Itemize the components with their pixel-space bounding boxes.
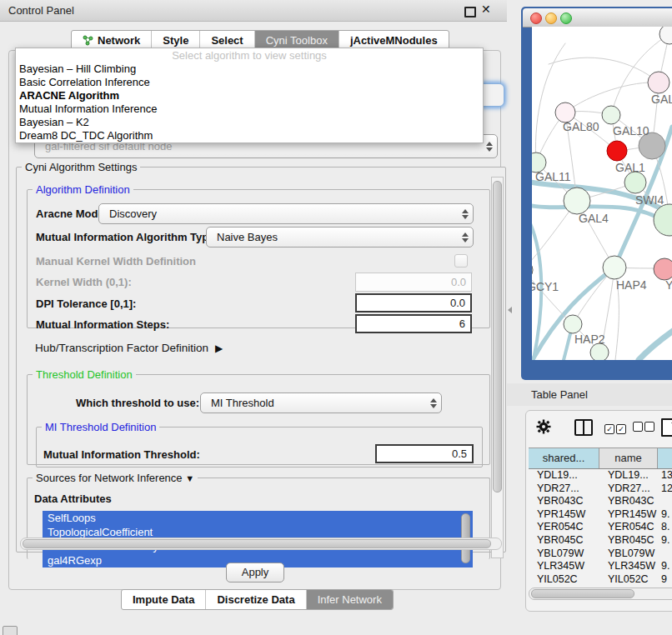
settings-group-title: Cyni Algorithm Settings	[22, 161, 140, 173]
table-row[interactable]: YBR045CYBR045C9.	[529, 534, 672, 548]
control-panel-title: Control Panel	[8, 4, 74, 17]
network-edge[interactable]	[535, 43, 565, 162]
table-cell: 9	[658, 573, 672, 587]
network-window-titlebar[interactable]	[523, 8, 672, 28]
dropdown-item[interactable]: Basic Correlation Inference	[16, 76, 483, 89]
dropdown-item[interactable]: Mutual Information Inference	[16, 102, 483, 116]
split-columns-icon[interactable]	[574, 419, 593, 436]
network-edge[interactable]	[532, 127, 672, 360]
node-label-gal7: GAL7	[651, 92, 672, 106]
kernel-width-field[interactable]: 0.0	[355, 272, 472, 292]
close-icon[interactable]: ✕	[481, 2, 491, 16]
table-cell: YBR045C	[529, 534, 599, 548]
combo-arrows-icon	[458, 209, 473, 219]
network-node-y[interactable]	[654, 258, 672, 280]
float-window-icon[interactable]	[464, 7, 476, 18]
network-edge[interactable]	[532, 270, 573, 324]
network-node-swi4[interactable]	[654, 204, 672, 236]
gear-icon[interactable]	[536, 419, 551, 434]
table-cell: YBL079W	[529, 548, 599, 561]
node-label-y: Y	[665, 278, 672, 292]
settings-vertical-scrollbar[interactable]	[491, 177, 504, 558]
aracne-mode-combo[interactable]: Discovery	[98, 203, 474, 224]
data-attribute-item[interactable]: SelfLoops	[43, 511, 473, 525]
tab-impute-data[interactable]: Impute Data	[122, 590, 206, 609]
mi-steps-field[interactable]: 6	[355, 314, 472, 333]
network-edge[interactable]	[549, 58, 659, 82]
network-node[interactable]	[607, 141, 627, 161]
table-row[interactable]: YPR145WYPR145W9.	[529, 508, 672, 522]
hub-definition-expander[interactable]: Hub/Transcription Factor Definition▶	[35, 342, 223, 354]
table-body: YDL19...YDL19...13YDR27...YDR27...12YBR0…	[529, 469, 672, 586]
mi-steps-label: Mutual Information Steps:	[36, 318, 169, 331]
table-row[interactable]: YLR345WYLR345W9.	[529, 560, 672, 573]
minimize-traffic-light-icon[interactable]	[545, 12, 557, 24]
network-node[interactable]	[590, 343, 609, 360]
new-table-icon[interactable]	[661, 418, 672, 437]
splitpane-collapse-icon[interactable]	[508, 307, 512, 313]
network-canvas[interactable]: GAL7GAL80GAL10GAL1GAL11SWI4GAL4GCY1HAP4Y…	[532, 27, 672, 360]
table-scrollbar-thumb[interactable]	[531, 589, 634, 598]
settings-scrollbar-thumb[interactable]	[493, 181, 502, 492]
network-node-gal7[interactable]	[648, 72, 669, 93]
dropdown-item[interactable]: ARACNE Algorithm	[16, 89, 483, 102]
mi-type-combo[interactable]: Naive Bayes	[206, 227, 474, 248]
close-traffic-light-icon[interactable]	[530, 12, 542, 24]
apply-button[interactable]: Apply	[226, 562, 284, 582]
node-label-gal10: GAL10	[613, 124, 649, 138]
table-cell: 8.	[658, 521, 672, 534]
collapse-arrow-icon: ▼	[185, 473, 194, 483]
sources-title[interactable]: Sources for Network Inference ▼	[33, 472, 198, 484]
mi-threshold-field[interactable]: 0.5	[375, 444, 474, 463]
tab-discretize-data[interactable]: Discretize Data	[206, 590, 306, 609]
table-panel: ✓✓ shared...nameA YDL19...YDL19...13YDR2…	[525, 410, 672, 612]
table-horizontal-scrollbar[interactable]	[529, 588, 672, 600]
table-row[interactable]: YIL052CYIL052C9	[529, 573, 672, 587]
dpi-tolerance-field[interactable]: 0.0	[355, 293, 472, 312]
combo-arrows-icon	[458, 232, 473, 242]
table-cell: YIL052C	[599, 573, 658, 587]
table-row[interactable]: YER054CYER054C8.	[529, 521, 672, 534]
combo-arrows-icon	[482, 142, 497, 152]
table-row[interactable]: YBL079WYBL079W	[529, 548, 672, 561]
tab-infer-network[interactable]: Infer Network	[307, 590, 393, 609]
settings-horizontal-scrollbar[interactable]	[20, 538, 502, 550]
algorithm-definition-group: Algorithm Definition Aracne Mode: Discov…	[27, 183, 490, 328]
network-node-gal10[interactable]	[602, 106, 620, 124]
manual-kernel-checkbox[interactable]	[454, 254, 468, 268]
column-header-1[interactable]: shared...	[529, 448, 599, 468]
table-cell: YER054C	[529, 521, 599, 534]
select-all-columns-icon[interactable]: ✓✓	[604, 422, 628, 434]
which-threshold-combo[interactable]: MI Threshold	[200, 392, 442, 413]
expander-arrow-icon: ▶	[215, 342, 223, 354]
column-header-3[interactable]: A	[658, 448, 672, 468]
dropdown-item[interactable]: Bayesian – Hill Climbing	[16, 62, 483, 76]
bottom-tabs: Impute DataDiscretize DataInfer Network	[121, 589, 394, 610]
column-header-2[interactable]: name	[599, 448, 658, 468]
network-node[interactable]	[659, 27, 672, 44]
network-node-hap4[interactable]	[603, 256, 626, 279]
network-view-window: GAL7GAL80GAL10GAL1GAL11SWI4GAL4GCY1HAP4Y…	[521, 7, 672, 380]
network-node-gcy1[interactable]	[532, 260, 533, 280]
aracne-mode-label: Aracne Mode:	[36, 208, 108, 220]
dropdown-item[interactable]: Dream8 DC_TDC Algorithm	[16, 129, 483, 142]
network-edge[interactable]	[639, 329, 672, 360]
horizontal-scrollbar-thumb[interactable]	[23, 539, 491, 548]
network-node-gal1[interactable]	[624, 172, 646, 193]
table-row[interactable]: YDL19...YDL19...13	[529, 469, 672, 482]
deselect-all-columns-icon[interactable]	[633, 422, 656, 434]
network-node-hap2[interactable]	[564, 315, 582, 333]
minimized-panel-icon[interactable]	[3, 626, 18, 635]
node-label-gcy1: GCY1	[532, 280, 559, 293]
table-cell: 12	[658, 482, 672, 496]
dropdown-placeholder: Select algorithm to view settings	[16, 48, 483, 62]
table-cell: YDR27...	[529, 482, 599, 496]
node-label-hap2: HAP2	[574, 332, 605, 346]
network-node-gal4[interactable]	[564, 188, 590, 214]
table-row[interactable]: YDR27...YDR27...12	[529, 482, 672, 496]
table-row[interactable]: YBR043CYBR043C	[529, 495, 672, 508]
table-cell	[658, 495, 672, 508]
zoom-traffic-light-icon[interactable]	[560, 12, 572, 24]
table-cell: YBR045C	[599, 534, 658, 548]
dropdown-item[interactable]: Bayesian – K2	[16, 116, 483, 129]
